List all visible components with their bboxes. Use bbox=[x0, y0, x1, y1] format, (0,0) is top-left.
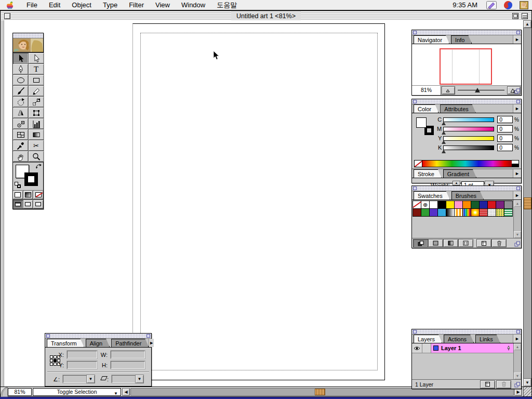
menu-object[interactable]: Object bbox=[66, 0, 97, 10]
window-collapse-box[interactable] bbox=[522, 13, 528, 19]
standard-screen-mode-button[interactable] bbox=[13, 200, 23, 208]
spectrum-ramp[interactable] bbox=[422, 161, 512, 167]
ellipse-tool[interactable] bbox=[13, 75, 28, 85]
swatch-sky-blue[interactable] bbox=[438, 209, 446, 216]
pen-tool[interactable] bbox=[13, 64, 28, 74]
spectrum-white-black[interactable] bbox=[512, 161, 518, 167]
swatch-violet[interactable] bbox=[430, 209, 437, 216]
layers-menu-arrow-icon[interactable]: ► bbox=[513, 335, 521, 343]
window-resize-grip[interactable] bbox=[523, 387, 531, 396]
blend-tool[interactable] bbox=[13, 118, 28, 129]
application-menu-icon[interactable] bbox=[520, 1, 528, 9]
scroll-down-button[interactable]: ▼ bbox=[523, 378, 531, 387]
none-button[interactable] bbox=[33, 191, 43, 199]
transform-drag-bar[interactable] bbox=[45, 334, 151, 339]
swatches-scroll-down-icon[interactable]: ▼ bbox=[514, 231, 521, 238]
yellow-value-field[interactable]: 0 bbox=[497, 135, 513, 142]
tab-actions[interactable]: Actions bbox=[444, 335, 474, 343]
magenta-value-field[interactable]: 0 bbox=[497, 125, 513, 132]
swatch-red[interactable] bbox=[488, 201, 496, 208]
new-swatch-button[interactable] bbox=[477, 240, 491, 247]
status-zoom-field[interactable]: 81% bbox=[8, 388, 32, 396]
direct-selection-tool[interactable] bbox=[29, 53, 44, 63]
tab-attributes[interactable]: Attributes bbox=[440, 104, 475, 113]
window-close-box[interactable] bbox=[4, 13, 10, 19]
swatch-registration[interactable]: ⊕ bbox=[421, 201, 429, 208]
stroke-swatch[interactable] bbox=[24, 172, 38, 186]
layers-scroll-down-icon[interactable]: ▼ bbox=[514, 373, 521, 379]
y-field[interactable] bbox=[67, 361, 97, 369]
swatch-yellow[interactable] bbox=[446, 201, 454, 208]
graph-tool[interactable] bbox=[29, 118, 44, 129]
menu-type[interactable]: Type bbox=[97, 0, 123, 10]
default-fill-stroke-icon[interactable] bbox=[15, 182, 21, 188]
slider-thumb[interactable] bbox=[475, 88, 480, 92]
spectrum-none-swatch[interactable] bbox=[415, 161, 422, 167]
fullscreen-menu-mode-button[interactable] bbox=[23, 200, 33, 208]
rotate-field[interactable] bbox=[63, 375, 87, 383]
script-pencil-icon[interactable] bbox=[486, 1, 497, 9]
selection-tool[interactable] bbox=[13, 53, 28, 63]
tab-gradient[interactable]: Gradient bbox=[443, 169, 476, 178]
swatch-rainbow-gradient[interactable] bbox=[463, 209, 471, 216]
scale-tool[interactable] bbox=[29, 97, 44, 107]
black-slider-thumb[interactable] bbox=[442, 150, 446, 153]
swatches-scroll-up-icon[interactable]: ▲ bbox=[514, 200, 521, 207]
title-bar[interactable]: Untitled art 1 <81%> bbox=[1, 11, 531, 21]
fullscreen-mode-button[interactable] bbox=[33, 200, 43, 208]
menu-edit[interactable]: Edit bbox=[43, 0, 66, 10]
scroll-up-button[interactable]: ▲ bbox=[523, 20, 531, 28]
rotate-tool[interactable] bbox=[13, 97, 28, 107]
layers-scrollbar[interactable]: ▲ ▼ bbox=[513, 343, 521, 379]
swatches-drag-bar[interactable] bbox=[412, 186, 521, 191]
artboard[interactable] bbox=[132, 23, 385, 380]
tab-color[interactable]: Color bbox=[414, 104, 438, 113]
gradient-button[interactable] bbox=[23, 191, 33, 199]
swatches-resize-grip-icon[interactable] bbox=[514, 241, 521, 247]
color-button[interactable] bbox=[13, 191, 23, 199]
tab-layers[interactable]: Layers bbox=[414, 335, 442, 343]
swatch-green[interactable] bbox=[421, 209, 429, 216]
h-field[interactable] bbox=[111, 361, 145, 369]
swap-fill-stroke-icon[interactable] bbox=[36, 164, 42, 169]
scissors-tool[interactable]: ✂ bbox=[29, 140, 44, 151]
tab-info[interactable]: Info bbox=[451, 35, 472, 44]
swatch-purple[interactable] bbox=[496, 201, 504, 208]
swatch-white[interactable] bbox=[430, 201, 437, 208]
window-zoom-box[interactable] bbox=[512, 13, 518, 19]
swatch-navy[interactable] bbox=[480, 201, 487, 208]
show-gradient-swatches-button[interactable] bbox=[444, 240, 458, 247]
layer-visibility-toggle[interactable] bbox=[412, 343, 422, 353]
status-selection-dropdown[interactable]: Toggle Selection ▼ bbox=[33, 388, 121, 396]
magenta-slider[interactable] bbox=[443, 127, 494, 131]
layer-entry[interactable]: Layer 1 bbox=[431, 343, 513, 353]
shear-dropdown-icon[interactable]: ▼ bbox=[136, 375, 143, 383]
w-field[interactable] bbox=[111, 351, 145, 358]
vertical-scroll-thumb[interactable] bbox=[524, 197, 531, 209]
color-spectrum-bar[interactable] bbox=[414, 160, 519, 167]
menu-help[interactable]: 도움말 bbox=[211, 0, 243, 10]
free-transform-tool[interactable] bbox=[29, 108, 44, 118]
new-layer-button[interactable] bbox=[481, 381, 495, 388]
swatch-pink[interactable] bbox=[455, 201, 462, 208]
swatch-dot-pattern[interactable] bbox=[488, 209, 496, 216]
show-all-swatches-button[interactable] bbox=[414, 240, 428, 247]
layers-scroll-up-icon[interactable]: ▲ bbox=[514, 343, 521, 350]
x-field[interactable] bbox=[67, 351, 97, 358]
black-slider[interactable] bbox=[443, 145, 494, 150]
horizontal-scroll-thumb[interactable] bbox=[315, 389, 325, 395]
tab-brushes[interactable]: Brushes bbox=[451, 191, 484, 200]
color-drag-bar[interactable] bbox=[412, 99, 521, 104]
black-value-field[interactable]: 0 bbox=[497, 144, 513, 151]
hand-tool[interactable] bbox=[13, 151, 28, 162]
layers-resize-grip-icon[interactable] bbox=[514, 382, 521, 388]
swatch-dark-green[interactable] bbox=[471, 201, 479, 208]
tab-links[interactable]: Links bbox=[475, 335, 500, 343]
korean-ime-icon[interactable] bbox=[504, 1, 512, 9]
stroke-menu-arrow-icon[interactable]: ► bbox=[513, 169, 521, 178]
navigator-drag-bar[interactable] bbox=[412, 30, 521, 35]
type-tool[interactable]: T bbox=[29, 64, 44, 74]
layer-lock-toggle[interactable] bbox=[422, 343, 431, 353]
tab-navigator[interactable]: Navigator bbox=[414, 35, 449, 44]
swatch-orange[interactable] bbox=[463, 201, 471, 208]
